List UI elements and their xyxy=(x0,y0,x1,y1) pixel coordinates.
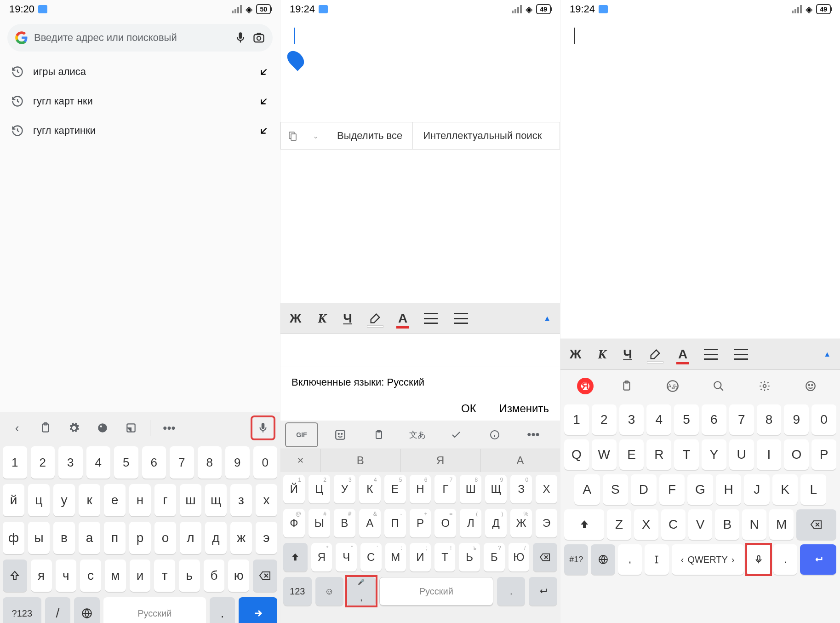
gif-icon[interactable]: GIF xyxy=(285,422,318,447)
key-I[interactable]: I xyxy=(757,439,782,470)
key-м[interactable]: м xyxy=(105,560,126,592)
cursor-key[interactable] xyxy=(645,544,669,575)
candidate[interactable]: Я xyxy=(400,449,480,472)
key-г[interactable]: г xyxy=(154,484,176,516)
key-Р[interactable]: Р+ xyxy=(410,509,431,537)
backspace-key[interactable] xyxy=(533,543,557,571)
key-б[interactable]: б xyxy=(204,560,225,592)
key-L[interactable]: L xyxy=(800,474,826,505)
key-J[interactable]: J xyxy=(744,474,770,505)
key-С[interactable]: С' xyxy=(360,543,382,571)
key-D[interactable]: D xyxy=(631,474,657,505)
symbols-key[interactable]: #1? xyxy=(564,544,588,575)
key-A[interactable]: A xyxy=(574,474,600,505)
key-е[interactable]: е xyxy=(104,484,126,516)
collapse-icon[interactable]: ▲ xyxy=(823,350,831,358)
shift-key[interactable] xyxy=(564,509,604,540)
key-ы[interactable]: ы xyxy=(28,522,50,554)
number-list-button[interactable] xyxy=(454,313,468,324)
key-э[interactable]: э xyxy=(256,522,277,554)
key-Э[interactable]: Э xyxy=(536,509,557,537)
key-ж[interactable]: ж xyxy=(230,522,252,554)
clipboard-icon[interactable] xyxy=(362,422,395,447)
key-Х[interactable]: Х xyxy=(536,475,557,503)
autocorrect-icon[interactable] xyxy=(440,422,473,447)
key-7[interactable]: 7 xyxy=(729,404,754,435)
key-C[interactable]: C xyxy=(661,509,686,540)
clipboard-icon[interactable] xyxy=(33,415,58,440)
suggestion-item[interactable]: гугл карт нки xyxy=(0,87,280,116)
key-5[interactable]: 5 xyxy=(674,404,699,435)
more-icon[interactable]: ••• xyxy=(517,422,550,447)
key-9[interactable]: 9 xyxy=(784,404,809,435)
key-1[interactable]: 1 xyxy=(3,446,27,479)
italic-button[interactable]: К xyxy=(598,347,606,362)
key-T[interactable]: T xyxy=(674,439,699,470)
key-М[interactable]: М: xyxy=(385,543,406,571)
key-8[interactable]: 8 xyxy=(757,404,782,435)
key-U[interactable]: U xyxy=(729,439,754,470)
search-bar[interactable]: Введите адрес или поисковый xyxy=(7,24,273,52)
voice-search-icon[interactable] xyxy=(234,31,247,44)
key-О[interactable]: О= xyxy=(434,509,456,537)
key-А[interactable]: А& xyxy=(359,509,381,537)
key-B[interactable]: B xyxy=(715,509,739,540)
key-й[interactable]: й xyxy=(3,484,24,516)
text-color-button[interactable]: А xyxy=(678,347,687,362)
voice-comma-key[interactable]: 🎤, xyxy=(347,577,376,606)
key-в[interactable]: в xyxy=(53,522,75,554)
info-icon[interactable] xyxy=(478,422,511,447)
key-0[interactable]: 0 xyxy=(253,446,278,479)
insert-arrow-icon[interactable] xyxy=(259,96,269,106)
bullet-list-button[interactable] xyxy=(704,349,718,360)
key-2[interactable]: 2 xyxy=(31,446,55,479)
key-р[interactable]: р xyxy=(129,522,151,554)
key-В[interactable]: В₽ xyxy=(334,509,355,537)
translate-icon[interactable]: Aあ xyxy=(660,374,686,398)
key-Й[interactable]: Й1 xyxy=(283,475,305,503)
more-icon[interactable]: ••• xyxy=(157,415,182,440)
paste-icon[interactable] xyxy=(281,130,304,141)
key-ф[interactable]: ф xyxy=(3,522,24,554)
key-X[interactable]: X xyxy=(634,509,658,540)
key-4[interactable]: 4 xyxy=(646,404,671,435)
key-Б[interactable]: Б? xyxy=(484,543,505,571)
key-K[interactable]: K xyxy=(772,474,798,505)
collapse-icon[interactable]: ▲ xyxy=(543,314,551,323)
bullet-list-button[interactable] xyxy=(424,313,438,324)
enter-key[interactable] xyxy=(529,577,557,606)
bold-button[interactable]: Ж xyxy=(290,311,301,326)
translate-icon[interactable]: 文あ xyxy=(401,422,434,447)
key-т[interactable]: т xyxy=(154,560,175,592)
key-а[interactable]: а xyxy=(79,522,100,554)
suggestion-item[interactable]: игры алиса xyxy=(0,57,280,87)
emoji-key[interactable]: ☺ xyxy=(315,577,344,606)
key-Т[interactable]: Т! xyxy=(434,543,456,571)
key-5[interactable]: 5 xyxy=(114,446,138,479)
key-Ч[interactable]: Ч" xyxy=(336,543,357,571)
search-icon[interactable] xyxy=(706,374,731,398)
emoji-icon[interactable] xyxy=(798,374,823,398)
clipboard-icon[interactable] xyxy=(614,374,640,398)
highlight-button[interactable] xyxy=(369,312,382,325)
shift-key[interactable] xyxy=(283,543,308,571)
key-2[interactable]: 2 xyxy=(592,404,617,435)
key-у[interactable]: у xyxy=(53,484,75,516)
key-х[interactable]: х xyxy=(256,484,277,516)
smart-search-button[interactable]: Интеллектуальный поиск xyxy=(413,122,552,149)
key-И[interactable]: И; xyxy=(410,543,431,571)
voice-input-key[interactable] xyxy=(747,544,771,575)
key-M[interactable]: M xyxy=(769,509,794,540)
key-0[interactable]: 0 xyxy=(811,404,836,435)
key-к[interactable]: к xyxy=(79,484,100,516)
period-key[interactable]: . xyxy=(773,544,797,575)
language-key[interactable] xyxy=(591,544,615,575)
insert-arrow-icon[interactable] xyxy=(259,67,269,77)
camera-search-icon[interactable] xyxy=(252,31,265,44)
space-key[interactable]: Русский xyxy=(103,597,206,623)
key-3[interactable]: 3 xyxy=(58,446,83,479)
key-Ж[interactable]: Ж% xyxy=(510,509,532,537)
key-Г[interactable]: Г7 xyxy=(434,475,456,503)
key-Y[interactable]: Y xyxy=(702,439,726,470)
key-и[interactable]: и xyxy=(130,560,151,592)
